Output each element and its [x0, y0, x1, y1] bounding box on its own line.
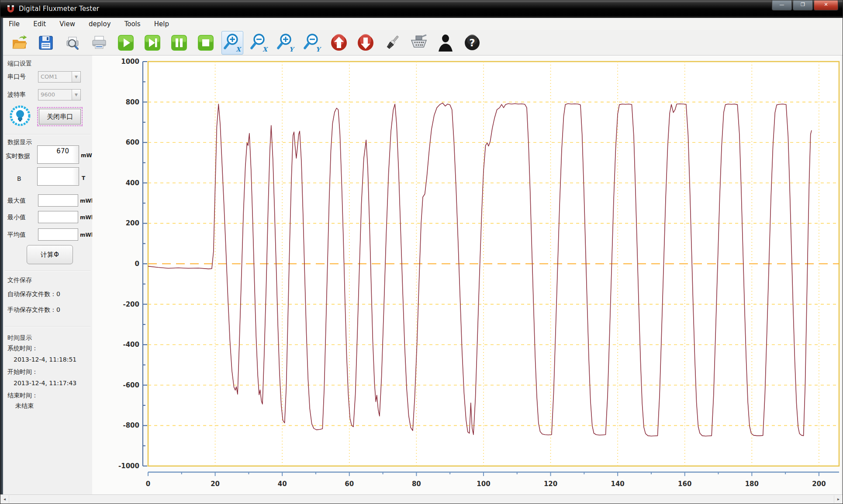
zoom-out-x-icon: X [250, 33, 268, 53]
app-magnet-icon [6, 4, 15, 14]
divider [5, 134, 90, 135]
clear-brush-button[interactable] [381, 31, 403, 55]
zoom-out-y-icon: Y [303, 33, 321, 53]
calc-phi-button[interactable]: 计算Φ [27, 245, 73, 264]
menu-edit[interactable]: Edit [28, 18, 52, 30]
svg-text:200: 200 [126, 219, 139, 227]
brush-icon [383, 33, 402, 52]
move-up-button[interactable] [328, 31, 350, 55]
user-icon [437, 33, 454, 52]
realtime-value-field[interactable]: 670 [37, 145, 79, 164]
play-button[interactable] [115, 31, 137, 55]
svg-text:1000: 1000 [121, 58, 139, 66]
auto-save-count: 自动保存文件数：0 [7, 290, 60, 298]
open-folder-icon [10, 34, 28, 52]
svg-text:160: 160 [678, 480, 691, 488]
chevron-down-icon[interactable]: ▼ [72, 72, 80, 82]
b-value-field[interactable] [37, 167, 79, 186]
print-preview-icon [63, 34, 82, 52]
baud-rate-label: 波特率 [7, 91, 26, 99]
serial-port-select[interactable]: COM1 ▼ [38, 71, 81, 83]
min-label: 最小值 [7, 214, 26, 221]
save-floppy-icon [37, 34, 55, 52]
zoom-out-y-button[interactable]: Y [301, 31, 323, 55]
svg-text:80: 80 [412, 480, 421, 488]
svg-text:40: 40 [278, 480, 287, 488]
serial-port-label: 串口号 [7, 73, 26, 81]
svg-text:?: ? [469, 37, 475, 48]
help-icon: ? [463, 33, 482, 52]
move-down-button[interactable] [355, 31, 377, 55]
flux-chart[interactable]: -1000-800-600-400-2000200400600800100002… [92, 55, 841, 496]
min-value-field[interactable] [38, 211, 78, 223]
app-window: Digital Fluxmeter Tester — ❐ ✕ File Edit… [0, 0, 843, 504]
help-button[interactable]: ? [461, 31, 483, 55]
svg-text:Y: Y [289, 46, 295, 53]
svg-text:X: X [263, 46, 268, 53]
minimize-button[interactable]: — [772, 0, 792, 10]
svg-text:120: 120 [544, 480, 557, 488]
svg-text:Y: Y [316, 46, 321, 53]
svg-text:60: 60 [345, 480, 354, 488]
avg-label: 平均值 [7, 231, 26, 239]
play-icon [117, 34, 135, 52]
baud-rate-select[interactable]: 9600 ▼ [38, 89, 81, 100]
menu-deploy[interactable]: deploy [83, 18, 117, 30]
file-save-title: 文件保存 [7, 276, 32, 284]
toolbar: X X Y Y [3, 30, 843, 55]
svg-text:140: 140 [611, 480, 624, 488]
close-serial-button[interactable]: 关闭串口 [37, 107, 83, 126]
svg-text:600: 600 [126, 138, 139, 146]
sidebar: 端口设置 串口号 COM1 ▼ 波特率 9600 ▼ 关闭串口 数据显示 实时数… [3, 55, 93, 495]
chart-region: -1000-800-600-400-2000200400600800100002… [92, 55, 841, 495]
svg-text:X: X [236, 46, 242, 53]
baud-rate-value: 9600 [41, 91, 55, 98]
data-display-title: 数据显示 [7, 138, 32, 146]
port-settings-title: 端口设置 [7, 60, 32, 68]
system-time-label: 系统时间： [7, 345, 38, 352]
maximize-button[interactable]: ❐ [793, 0, 813, 10]
down-arrow-icon [356, 33, 375, 52]
user-button[interactable] [435, 31, 456, 55]
zoom-out-x-button[interactable]: X [248, 31, 270, 55]
max-value-field[interactable] [38, 194, 78, 207]
svg-text:200: 200 [812, 480, 826, 488]
max-label: 最大值 [7, 197, 26, 205]
open-button[interactable] [8, 31, 30, 55]
scroll-left-arrow-icon[interactable]: ◂ [0, 495, 9, 503]
horizontal-scrollbar[interactable]: ◂ ▸ [0, 494, 843, 504]
print-preview-button[interactable] [62, 31, 83, 55]
zoom-in-y-icon: Y [276, 33, 295, 53]
pause-icon [170, 34, 188, 52]
svg-text:0: 0 [146, 480, 150, 488]
start-time-value: 2013-12-4, 11:17:43 [14, 380, 76, 387]
zoom-in-x-button[interactable]: X [221, 31, 243, 55]
play-to-end-button[interactable] [142, 31, 163, 55]
print-button[interactable] [88, 31, 110, 55]
svg-text:-600: -600 [123, 381, 139, 389]
menu-file[interactable]: File [3, 18, 25, 30]
zoom-in-y-button[interactable]: Y [275, 31, 297, 55]
divider [5, 326, 90, 327]
scroll-right-arrow-icon[interactable]: ▸ [834, 495, 843, 503]
svg-text:-800: -800 [123, 421, 139, 429]
save-button[interactable] [35, 31, 57, 55]
menu-help[interactable]: Help [149, 18, 175, 30]
pause-button[interactable] [168, 31, 190, 55]
serial-connector-icon [409, 33, 429, 52]
manual-save-count: 手动保存文件数：0 [7, 306, 60, 314]
serial-port-button[interactable] [408, 31, 430, 55]
stop-button[interactable] [195, 31, 217, 55]
printer-icon [90, 34, 108, 52]
svg-text:400: 400 [126, 179, 139, 187]
chevron-down-icon[interactable]: ▼ [72, 90, 80, 100]
bulb-indicator-icon [9, 104, 31, 127]
svg-text:0: 0 [135, 260, 139, 268]
close-button[interactable]: ✕ [814, 0, 838, 10]
menu-tools[interactable]: Tools [119, 18, 146, 30]
avg-value-field[interactable] [38, 228, 78, 241]
b-label: B [17, 175, 21, 182]
zoom-in-x-icon: X [223, 33, 242, 53]
system-time-value: 2013-12-4, 11:18:51 [14, 356, 76, 363]
menu-view[interactable]: View [54, 18, 81, 30]
